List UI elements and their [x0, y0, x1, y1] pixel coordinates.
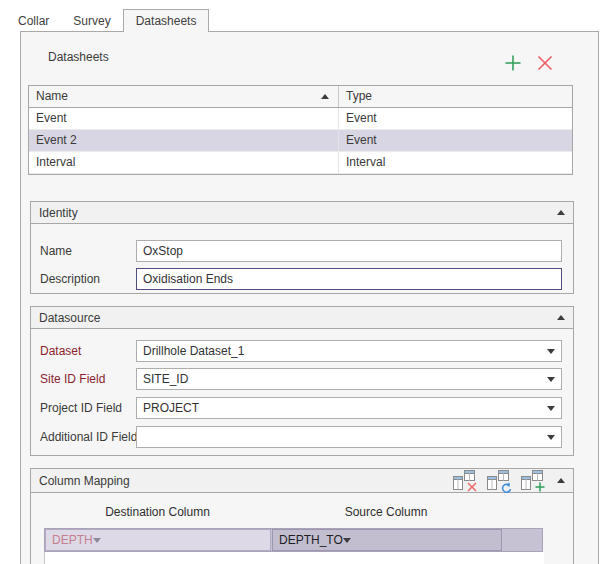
project-id-dropdown[interactable]: PROJECT [136, 397, 562, 419]
identity-group-header[interactable]: Identity [31, 202, 573, 224]
table-row-event-2[interactable]: Event 2 Event [29, 130, 572, 152]
table-body: Event Event Event 2 Event Interval Inter… [29, 108, 572, 174]
cell-type: Event [339, 130, 572, 151]
chevron-down-icon [547, 349, 555, 354]
dataset-field-label: Dataset [40, 344, 81, 358]
collapse-up-icon[interactable] [557, 210, 565, 215]
cell-name: Event [29, 108, 339, 129]
site-id-dropdown[interactable]: SITE_ID [136, 368, 562, 390]
column-mapping-toolbar [452, 469, 547, 493]
project-id-field-row: Project ID Field PROJECT [31, 397, 573, 419]
mapping-row[interactable]: DEPTH DEPTH_TO [44, 528, 543, 552]
cell-name: Event 2 [29, 130, 339, 151]
dataset-dropdown[interactable]: Drillhole Dataset_1 [136, 340, 562, 362]
collapse-up-icon[interactable] [557, 315, 565, 320]
table-header-row: Name Type [29, 86, 572, 108]
mapping-empty-area [44, 552, 544, 564]
description-field-label: Description [40, 272, 100, 286]
chevron-down-icon [547, 435, 555, 440]
mapping-headers: Destination Column Source Column [44, 505, 543, 519]
name-field-label: Name [40, 244, 72, 258]
description-field[interactable] [136, 268, 562, 290]
description-field-row: Description [31, 268, 573, 290]
site-id-field-row: Site ID Field SITE_ID [31, 368, 573, 390]
table-remove-mapping-icon[interactable] [452, 469, 479, 493]
tab-survey[interactable]: Survey [61, 9, 122, 32]
cell-name: Interval [29, 152, 339, 173]
collapse-up-icon[interactable] [557, 478, 565, 483]
additional-id-dropdown[interactable] [136, 426, 562, 448]
add-datasheet-plus-icon[interactable] [503, 53, 523, 73]
table-refresh-mappings-icon[interactable] [486, 469, 513, 493]
source-column-dropdown[interactable]: DEPTH_TO [272, 529, 502, 551]
chevron-down-icon [343, 538, 351, 543]
cell-type: Interval [339, 152, 572, 173]
project-id-field-label: Project ID Field [40, 401, 122, 415]
sort-ascending-icon [321, 94, 329, 99]
site-id-field-label: Site ID Field [40, 372, 105, 386]
datasource-group-header[interactable]: Datasource [31, 307, 573, 329]
table-add-mapping-icon[interactable] [520, 469, 547, 493]
column-header-name[interactable]: Name [29, 86, 339, 107]
name-field-row: Name [31, 240, 573, 262]
source-column-value: DEPTH_TO [279, 533, 343, 547]
site-id-dropdown-value: SITE_ID [143, 372, 547, 386]
table-row-event[interactable]: Event Event [29, 108, 572, 130]
column-header-name-label: Name [36, 86, 68, 107]
name-field[interactable] [136, 240, 562, 262]
dataset-field-row: Dataset Drillhole Dataset_1 [31, 340, 573, 362]
column-mapping-group-header[interactable]: Column Mapping [31, 469, 573, 493]
cell-type: Event [339, 108, 572, 129]
datasheets-table: Name Type Event Event Event 2 Event Inte… [28, 85, 573, 175]
table-row-interval[interactable]: Interval Interval [29, 152, 572, 174]
column-mapping-group: Column Mapping [30, 468, 574, 564]
project-id-dropdown-value: PROJECT [143, 401, 547, 415]
dataset-dropdown-value: Drillhole Dataset_1 [143, 344, 547, 358]
chevron-down-icon [547, 406, 555, 411]
tab-bar: Collar Survey Datasheets [6, 9, 209, 32]
datasheets-section-label: Datasheets [48, 50, 109, 64]
column-mapping-group-title: Column Mapping [39, 474, 452, 488]
tab-datasheets[interactable]: Datasheets [123, 9, 210, 32]
datasheets-panel: Datasheets Name Type Event Event Event 2… [20, 31, 599, 564]
tab-collar[interactable]: Collar [6, 9, 61, 32]
destination-column-value: DEPTH [52, 533, 93, 547]
additional-id-field-label: Additional ID Field [40, 430, 137, 444]
identity-group-title: Identity [39, 206, 551, 220]
additional-id-field-row: Additional ID Field [31, 426, 573, 448]
identity-group: Identity Name Description [30, 201, 574, 294]
destination-column-header: Destination Column [44, 505, 271, 519]
delete-datasheet-x-icon[interactable] [535, 53, 555, 73]
destination-column-dropdown: DEPTH [45, 529, 271, 551]
column-header-type[interactable]: Type [339, 86, 572, 107]
source-column-header: Source Column [271, 505, 501, 519]
datasource-group: Datasource Dataset Drillhole Dataset_1 S… [30, 306, 574, 456]
chevron-down-icon [93, 538, 101, 543]
datasource-group-title: Datasource [39, 311, 551, 325]
chevron-down-icon [547, 377, 555, 382]
